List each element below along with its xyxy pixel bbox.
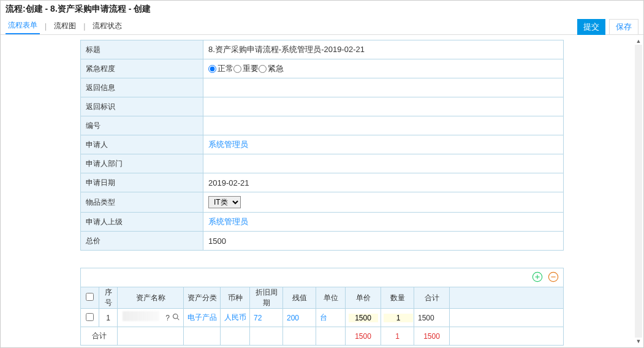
value-requester[interactable]: 系统管理员 [203, 135, 564, 154]
search-icon[interactable] [172, 313, 180, 322]
priority-normal-label[interactable]: 正常 [208, 63, 233, 74]
col-asset-cat: 资产分类 [184, 287, 221, 309]
value-serial [203, 116, 564, 135]
submit-button[interactable]: 提交 [577, 19, 605, 35]
label-item-type: 物品类型 [81, 192, 203, 213]
plus-icon [532, 271, 543, 282]
cell-currency[interactable]: 人民币 [221, 309, 250, 327]
priority-important-label[interactable]: 重要 [233, 63, 259, 74]
col-residual: 残值 [283, 287, 316, 309]
scroll-up-icon[interactable]: ▲ [636, 37, 642, 45]
col-price: 单价 [346, 287, 381, 309]
tab-form[interactable]: 流程表单 [6, 18, 40, 34]
label-requester: 申请人 [81, 135, 203, 154]
grid-toolbar [80, 268, 564, 287]
priority-normal-radio[interactable] [208, 65, 216, 73]
cell-total: 1500 [414, 309, 450, 327]
price-input[interactable] [349, 314, 378, 322]
label-serial: 编号 [81, 116, 203, 135]
priority-urgent-radio[interactable] [259, 65, 267, 73]
priority-important-radio[interactable] [233, 65, 241, 73]
label-title: 标题 [81, 40, 203, 59]
svg-point-5 [173, 314, 178, 319]
priority-radio-group: 正常 重要 紧急 [208, 63, 558, 74]
scroll-down-icon[interactable]: ▼ [636, 338, 642, 345]
scrollbar-track[interactable] [635, 45, 642, 338]
col-asset-name: 资产名称 [118, 287, 184, 309]
tab-separator: | [40, 22, 51, 31]
title-input[interactable] [208, 45, 558, 55]
form-table: 标题 紧急程度 正常 重要 紧急 返回信息 返回标识 [80, 40, 564, 251]
action-bar: 提交 保存 [577, 19, 638, 35]
label-return-flag: 返回标识 [81, 97, 203, 116]
priority-urgent-label[interactable]: 紧急 [259, 63, 284, 74]
totals-total: 1500 [414, 327, 450, 346]
totals-qty: 1 [381, 327, 414, 346]
totals-label: 合计 [81, 327, 118, 346]
tab-bar: 流程表单 | 流程图 | 流程状态 [1, 18, 643, 35]
vertical-scrollbar[interactable]: ▲ ▼ [635, 37, 642, 345]
cell-asset-name[interactable]: ? [118, 309, 184, 327]
grid-totals-row: 合计 1500 1 1500 [81, 327, 564, 346]
tab-separator: | [78, 22, 90, 31]
grid-row: 1 ? 电子产品 人民币 72 200 台 1500 [81, 309, 564, 327]
value-req-supervisor[interactable]: 系统管理员 [203, 213, 564, 232]
qty-input[interactable] [384, 314, 413, 322]
window-title: 流程:创建 - 8.资产采购申请流程 - 创建 [1, 1, 643, 18]
label-req-supervisor: 申请人上级 [81, 213, 203, 232]
label-total-price: 总价 [81, 232, 203, 251]
app-window: 流程:创建 - 8.资产采购申请流程 - 创建 流程表单 | 流程图 | 流程状… [0, 0, 644, 348]
col-blank [450, 287, 564, 309]
col-qty: 数量 [381, 287, 414, 309]
totals-price: 1500 [346, 327, 381, 346]
cell-unit[interactable]: 台 [316, 309, 346, 327]
cell-asset-cat[interactable]: 电子产品 [184, 309, 221, 327]
col-dep-cycle: 折旧周期 [250, 287, 283, 309]
label-req-date: 申请日期 [81, 173, 203, 192]
label-priority: 紧急程度 [81, 59, 203, 78]
col-currency: 币种 [221, 287, 250, 309]
cell-dep-cycle[interactable]: 72 [250, 309, 283, 327]
cell-blank [450, 309, 564, 327]
value-req-date: 2019-02-21 [203, 173, 564, 192]
svg-line-6 [177, 318, 179, 320]
tab-status[interactable]: 流程状态 [90, 18, 124, 34]
remove-row-button[interactable] [547, 271, 559, 283]
col-total: 合计 [414, 287, 450, 309]
label-req-dept: 申请人部门 [81, 154, 203, 173]
row-checkbox[interactable] [86, 313, 94, 321]
tab-flowchart[interactable]: 流程图 [51, 18, 78, 34]
col-seq: 序号 [99, 287, 118, 309]
value-req-dept [203, 154, 564, 173]
minus-icon [548, 271, 559, 282]
add-row-button[interactable] [531, 271, 544, 283]
cell-seq: 1 [99, 309, 118, 327]
detail-grid: 序号 资产名称 资产分类 币种 折旧周期 残值 单位 单价 数量 合计 1 ? [80, 287, 564, 346]
value-total-price: 1500 [203, 232, 564, 251]
cell-residual[interactable]: 200 [283, 309, 316, 327]
grid-container: 序号 资产名称 资产分类 币种 折旧周期 残值 单位 单价 数量 合计 1 ? [1, 268, 643, 348]
save-button[interactable]: 保存 [609, 19, 638, 35]
item-type-select[interactable]: IT类 [208, 196, 241, 208]
asset-name-placeholder: ? [165, 314, 170, 322]
form-area: 标题 紧急程度 正常 重要 紧急 返回信息 返回标识 [1, 35, 643, 257]
value-return-info [203, 78, 564, 97]
asset-name-blur [123, 311, 159, 321]
grid-check-all[interactable] [86, 293, 94, 301]
label-return-info: 返回信息 [81, 78, 203, 97]
col-unit: 单位 [316, 287, 346, 309]
value-return-flag [203, 97, 564, 116]
grid-header-row: 序号 资产名称 资产分类 币种 折旧周期 残值 单位 单价 数量 合计 [81, 287, 564, 309]
